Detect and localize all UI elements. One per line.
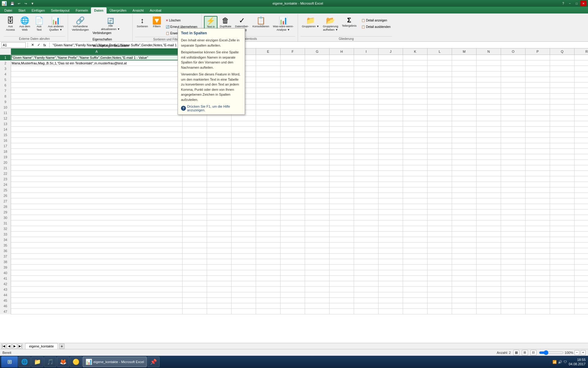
cell[interactable] — [232, 132, 256, 138]
cell[interactable] — [207, 171, 232, 176]
cell[interactable] — [305, 309, 330, 314]
taskbar-media[interactable]: 🎵 — [44, 357, 56, 367]
cell[interactable] — [526, 276, 550, 281]
cell[interactable] — [403, 303, 428, 309]
insert-function-btn[interactable]: fx — [42, 42, 47, 48]
row-number[interactable]: 4 — [0, 71, 11, 77]
col-header-g[interactable]: G — [305, 48, 330, 55]
tab-formeln[interactable]: Formeln — [73, 7, 91, 13]
cell[interactable] — [501, 182, 526, 187]
cell[interactable] — [354, 60, 379, 66]
cell[interactable] — [330, 303, 354, 309]
cell[interactable] — [305, 165, 330, 171]
cell[interactable] — [330, 66, 354, 71]
cell[interactable] — [526, 215, 550, 220]
cell[interactable] — [575, 243, 588, 248]
cell[interactable] — [183, 182, 207, 187]
cell[interactable] — [183, 303, 207, 309]
cell[interactable] — [330, 99, 354, 105]
col-header-p[interactable]: P — [526, 48, 550, 55]
cell[interactable] — [501, 143, 526, 149]
cell[interactable] — [11, 254, 183, 259]
tab-acrobat[interactable]: Acrobat — [147, 7, 164, 13]
row-number[interactable]: 5 — [0, 77, 11, 82]
cell[interactable] — [526, 198, 550, 204]
cell[interactable] — [305, 132, 330, 138]
cell[interactable] — [550, 270, 575, 276]
col-header-h[interactable]: H — [330, 48, 354, 55]
cell[interactable] — [11, 259, 183, 265]
cell[interactable] — [305, 88, 330, 94]
cell[interactable] — [232, 127, 256, 132]
cell[interactable] — [256, 121, 281, 127]
cell[interactable] — [526, 154, 550, 160]
cell[interactable] — [403, 309, 428, 314]
cell[interactable] — [11, 303, 183, 309]
cell[interactable] — [403, 138, 428, 143]
cell[interactable] — [379, 71, 403, 77]
cell[interactable] — [330, 254, 354, 259]
cell[interactable] — [379, 77, 403, 82]
cell[interactable] — [550, 259, 575, 265]
row-number[interactable]: 15 — [0, 132, 11, 138]
cell[interactable] — [281, 270, 305, 276]
cell[interactable] — [428, 298, 452, 303]
cell[interactable] — [305, 143, 330, 149]
cell[interactable] — [550, 226, 575, 232]
cell[interactable] — [526, 298, 550, 303]
cell[interactable] — [403, 209, 428, 215]
cell[interactable] — [526, 149, 550, 154]
row-number[interactable]: 14 — [0, 127, 11, 132]
cell[interactable] — [452, 193, 477, 198]
cell[interactable] — [403, 121, 428, 127]
cell[interactable] — [256, 116, 281, 121]
cell[interactable] — [452, 66, 477, 71]
cell[interactable] — [501, 187, 526, 193]
tab-einfuegen[interactable]: Einfügen — [28, 7, 48, 13]
cell[interactable] — [526, 204, 550, 209]
cell[interactable] — [550, 215, 575, 220]
cell[interactable] — [11, 270, 183, 276]
cell[interactable] — [452, 281, 477, 287]
cell[interactable] — [550, 154, 575, 160]
cell[interactable] — [452, 276, 477, 281]
cell[interactable] — [428, 60, 452, 66]
cell[interactable] — [550, 265, 575, 270]
cell[interactable] — [281, 71, 305, 77]
cell[interactable] — [575, 248, 588, 254]
aus-anderen-button[interactable]: 📊 Aus anderenQuellen ▼ — [47, 16, 65, 36]
cell[interactable] — [428, 204, 452, 209]
cell[interactable] — [428, 94, 452, 99]
cell[interactable] — [330, 154, 354, 160]
cell[interactable] — [305, 94, 330, 99]
cell[interactable] — [550, 60, 575, 66]
cell[interactable] — [305, 187, 330, 193]
cell[interactable] — [183, 143, 207, 149]
restore-btn[interactable]: □ — [574, 1, 580, 6]
cell[interactable] — [354, 193, 379, 198]
page-break-btn[interactable]: ⊟ — [530, 350, 537, 355]
cell[interactable] — [379, 88, 403, 94]
col-header-f[interactable]: F — [281, 48, 305, 55]
row-number[interactable]: 2 — [0, 60, 11, 66]
cell[interactable] — [207, 248, 232, 254]
cell[interactable] — [183, 176, 207, 182]
cell[interactable] — [526, 220, 550, 226]
cell[interactable] — [428, 176, 452, 182]
cell[interactable] — [330, 292, 354, 298]
cell[interactable] — [256, 232, 281, 237]
cell[interactable] — [526, 265, 550, 270]
cell[interactable] — [477, 99, 501, 105]
cell[interactable] — [477, 110, 501, 116]
cell[interactable] — [11, 105, 183, 110]
cell[interactable] — [354, 265, 379, 270]
cell[interactable] — [477, 309, 501, 314]
cell[interactable] — [256, 149, 281, 154]
cell[interactable] — [428, 215, 452, 220]
cell[interactable] — [403, 110, 428, 116]
row-number[interactable]: 28 — [0, 204, 11, 209]
cell[interactable] — [305, 99, 330, 105]
cell[interactable] — [281, 182, 305, 187]
cell[interactable] — [379, 243, 403, 248]
cell[interactable] — [501, 204, 526, 209]
